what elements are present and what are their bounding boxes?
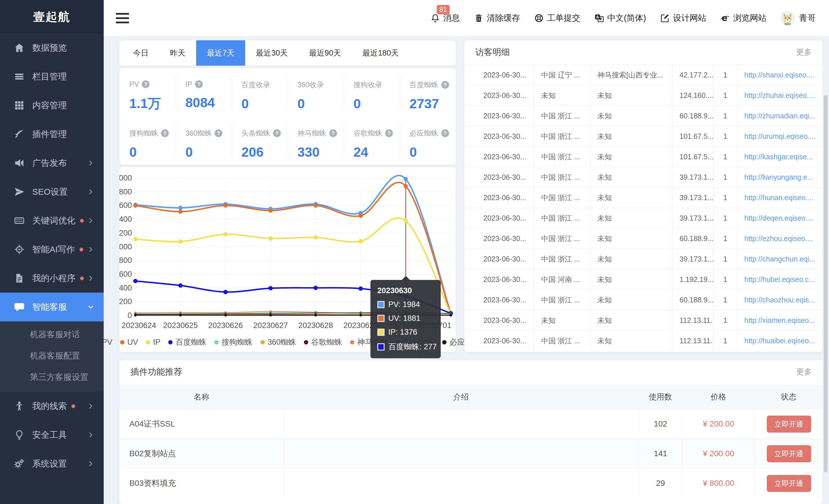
visit-time: 2023-06-30...: [464, 106, 534, 126]
legend-item-头条蜘蛛[interactable]: 头条蜘蛛: [396, 337, 434, 347]
visitor-url-link[interactable]: http://zhuhai.eqiseo....: [744, 91, 815, 100]
visitor-url-link[interactable]: http://shanxi.eqiseo....: [744, 71, 814, 79]
svg-text:20230624: 20230624: [121, 321, 156, 330]
sidebar-subitem-机器客服配置[interactable]: 机器客服配置: [0, 345, 104, 366]
user-menu[interactable]: 青哥: [780, 11, 816, 25]
sidebar-item-系统设置[interactable]: 系统设置: [0, 449, 104, 478]
clear-cache-button[interactable]: 清除缓存: [474, 12, 520, 24]
visit-time: 2023-06-30...: [464, 249, 534, 269]
legend-item-搜狗蜘蛛[interactable]: 搜狗蜘蛛: [214, 337, 253, 347]
stat-cell-360收录: 360收录0: [288, 68, 344, 116]
visitor-url-link[interactable]: http://deqen.eqiseo....: [744, 214, 814, 222]
sidebar-item-安全工具[interactable]: 安全工具: [0, 421, 104, 449]
visitor-url-link[interactable]: http://hunan.eqiseo....: [744, 193, 814, 202]
visitor-url-link[interactable]: http://lianyungang.e...: [744, 173, 813, 181]
help-icon[interactable]: ?: [385, 129, 393, 137]
sidebar-item-插件管理[interactable]: 插件管理: [0, 120, 104, 149]
visitor-url-link[interactable]: http://ezhou.eqiseo....: [744, 235, 813, 243]
legend-item-百度蜘蛛[interactable]: 百度蜘蛛: [168, 337, 207, 347]
sidebar-item-label: 安全工具: [32, 429, 67, 441]
plugin-more-link[interactable]: 更多: [796, 367, 812, 377]
visitor-url-link[interactable]: http://zhumadian.eqi...: [744, 112, 815, 120]
stat-cell-百度蜘蛛: 百度蜘蛛?2737: [400, 68, 456, 116]
sidebar-item-我的小程序[interactable]: 我的小程序: [0, 264, 104, 293]
tab-today[interactable]: 今日: [122, 40, 159, 66]
menu-toggle-icon[interactable]: [116, 13, 129, 23]
stat-cell-360蜘蛛: 360蜘蛛?0: [176, 116, 232, 165]
help-icon[interactable]: ?: [161, 129, 169, 137]
grid-icon: [14, 100, 25, 111]
help-icon[interactable]: ?: [273, 129, 281, 137]
stat-cell-谷歌蜘蛛: 谷歌蜘蛛?24: [344, 116, 400, 165]
visitor-url-link[interactable]: http://urumqi.eqiseo....: [744, 132, 816, 141]
help-icon[interactable]: ?: [441, 81, 449, 89]
visit-count: 1: [713, 85, 737, 105]
col-usage: 使用数: [639, 385, 682, 409]
sidebar-item-数据预览[interactable]: 数据预览: [0, 33, 104, 62]
svg-text:20230626: 20230626: [208, 321, 243, 330]
stat-label: 百度蜘蛛?: [409, 80, 456, 89]
sidebar-item-SEO设置[interactable]: SEO设置: [0, 177, 104, 206]
visitor-more-link[interactable]: 更多: [796, 47, 812, 57]
legend-item-谷歌蜘蛛[interactable]: 谷歌蜘蛛: [304, 337, 342, 347]
browse-site-button[interactable]: e 浏览网站: [720, 12, 766, 24]
visitor-row: 2023-06-30...中国 辽宁 ...神马搜索[山西专业...42.177…: [464, 65, 823, 85]
legend-dot-icon: [396, 340, 400, 345]
sidebar-item-栏目管理[interactable]: 栏目管理: [0, 62, 104, 91]
traffic-chart: 0200400600800100012001400160018002000202…: [119, 167, 456, 352]
svg-text:200: 200: [119, 297, 132, 306]
sidebar-subitem-第三方客服设置[interactable]: 第三方客服设置: [0, 366, 104, 388]
sidebar-item-智能AI写作[interactable]: 智能AI写作: [0, 235, 104, 264]
visit-ip: 60.188.9...: [672, 290, 713, 310]
visitor-url-link[interactable]: http://xiamen.eqiseo...: [744, 316, 815, 325]
visitor-url-link[interactable]: http://kashgar.eqise...: [744, 153, 813, 161]
sidebar-item-我的线索[interactable]: 我的线索: [0, 392, 104, 421]
svg-text:20230628: 20230628: [298, 321, 333, 330]
svg-text:800: 800: [119, 256, 132, 265]
browser-icon: e: [720, 13, 730, 23]
sidebar-item-智能客服[interactable]: 智能客服: [0, 293, 104, 321]
visitor-url-link[interactable]: http://chaozhou.eqis...: [744, 296, 815, 304]
tab-yesterday[interactable]: 昨天: [159, 40, 196, 66]
sidebar-item-关键词优化[interactable]: 关键词优化: [0, 206, 104, 235]
legend-item-UV[interactable]: UV: [120, 338, 138, 347]
activate-button[interactable]: 立即开通: [767, 475, 811, 492]
legend-item-360蜘蛛[interactable]: 360蜘蛛: [260, 337, 296, 347]
tab-last7days[interactable]: 最近7天: [196, 40, 245, 66]
svg-text:1200: 1200: [119, 229, 132, 237]
help-icon[interactable]: ?: [215, 129, 222, 137]
sidebar-item-广告发布[interactable]: 广告发布: [0, 149, 104, 177]
plugin-name: A04证书SSL: [119, 409, 283, 439]
messages-button[interactable]: 消息 81: [430, 12, 460, 24]
plugin-table-header: 名称 介绍 使用数 价格 状态: [119, 385, 823, 409]
visitor-url-link[interactable]: http://changchun.eqi...: [744, 255, 815, 263]
svg-text:20230627: 20230627: [253, 321, 288, 330]
legend-item-神马蜘蛛[interactable]: 神马蜘蛛: [350, 337, 388, 347]
tab-last90days[interactable]: 最近90天: [298, 40, 352, 66]
legend-item-IP[interactable]: IP: [146, 338, 160, 347]
tab-last30days[interactable]: 最近30天: [245, 40, 298, 66]
help-icon[interactable]: ?: [142, 80, 149, 88]
ticket-submit-button[interactable]: 工单提交: [534, 12, 580, 24]
user-avatar: [780, 11, 795, 25]
help-icon[interactable]: ?: [329, 129, 337, 137]
home-icon: [14, 42, 25, 53]
sidebar-item-内容管理[interactable]: 内容管理: [0, 91, 104, 120]
plugin-row: A04证书SSL102¥ 200.00立即开通: [119, 409, 823, 439]
tab-last180days[interactable]: 最近180天: [352, 40, 409, 66]
paper-plane-icon: [14, 186, 25, 197]
help-icon[interactable]: ?: [195, 80, 203, 88]
language-button[interactable]: 中文(简体): [594, 12, 646, 24]
plugin-usage: 141: [639, 439, 682, 468]
page-scrollbar[interactable]: [824, 95, 828, 472]
activate-button[interactable]: 立即开通: [767, 416, 811, 433]
crosshair-icon: [14, 244, 25, 255]
design-site-button[interactable]: 设计网站: [660, 12, 706, 24]
activate-button[interactable]: 立即开通: [767, 445, 811, 462]
help-icon[interactable]: ?: [441, 129, 449, 137]
stat-value: 24: [353, 144, 400, 160]
visitor-url-link[interactable]: http://huaibei.eqiseo...: [744, 337, 815, 345]
visitor-url-link[interactable]: http://hubei.eqiseo.c...: [744, 275, 815, 284]
sidebar-subitem-机器客服对话[interactable]: 机器客服对话: [0, 324, 104, 345]
visit-source: 未知: [590, 126, 672, 146]
